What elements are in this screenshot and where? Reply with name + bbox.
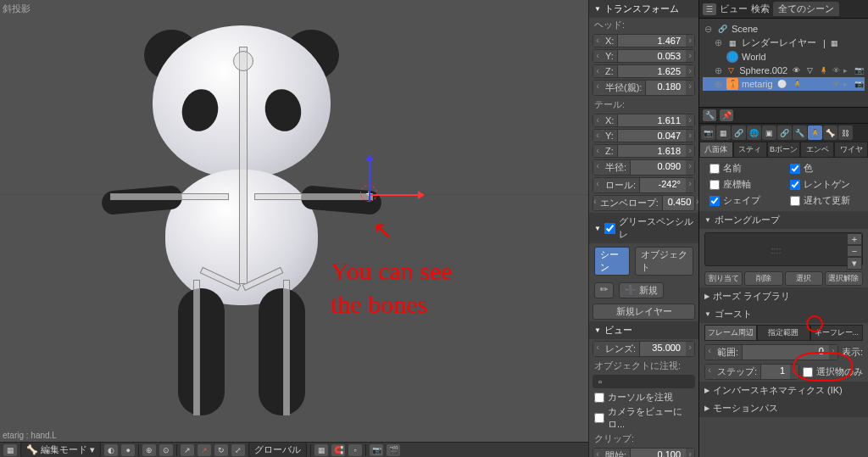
tab-object[interactable]: ▣ xyxy=(762,125,776,140)
render-icon[interactable]: 📷 xyxy=(370,444,383,456)
pivot-icon[interactable]: ⊕ xyxy=(142,444,156,456)
tail-y-field[interactable]: ‹Y:0.047› xyxy=(593,129,695,142)
snap-type-icon[interactable]: ▫ xyxy=(348,444,362,456)
render-icon-2[interactable]: 🎬 xyxy=(387,444,400,456)
bone-arm-left[interactable] xyxy=(110,193,229,200)
ghost-in-range[interactable]: 指定範囲 xyxy=(757,325,810,341)
axes-checkbox[interactable]: 座標軸 xyxy=(704,177,783,192)
scene-btn[interactable]: シーン xyxy=(594,247,630,276)
new-btn[interactable]: ➕ 新規 xyxy=(619,282,664,298)
outliner-view-menu[interactable]: ビュー xyxy=(720,3,748,15)
names-checkbox[interactable]: 名前 xyxy=(704,161,783,176)
new-layer-btn[interactable]: 新規レイヤー xyxy=(593,304,695,320)
colors-checkbox[interactable]: 色 xyxy=(785,161,864,176)
right-column: ☰ ビュー 検索 全てのシーン ⊖🔗Scene ⊕▦レンダーレイヤー|▦ 🌐Wo… xyxy=(698,0,868,457)
bone-groups-list[interactable]: :::: + − ▾ xyxy=(704,232,863,266)
outliner-render-layers[interactable]: ⊕▦レンダーレイヤー|▦ xyxy=(703,36,865,50)
envelope-field[interactable]: ‹エンベロープ:0.450› xyxy=(593,195,695,211)
head-y-field[interactable]: ‹Y:0.053› xyxy=(593,49,695,63)
outliner-sphere[interactable]: ⊕▽Sphere.002👁▽🧍👁▸📷 xyxy=(703,64,865,77)
manipulator-rotate[interactable]: ↻ xyxy=(214,444,228,456)
bone-group-menu[interactable]: ▾ xyxy=(847,257,862,270)
outliner-all-scenes[interactable]: 全てのシーン xyxy=(773,2,839,16)
tab-constraints[interactable]: 🔗 xyxy=(777,125,792,140)
outliner-editor-icon[interactable]: ☰ xyxy=(703,3,716,15)
assign-btn[interactable]: 割り当て xyxy=(704,271,743,286)
manipulator-scale[interactable]: ⤢ xyxy=(231,444,245,456)
remove-btn[interactable]: 削除 xyxy=(744,271,782,286)
display-wire[interactable]: ワイヤ xyxy=(834,142,868,158)
display-bbone[interactable]: Bボーン xyxy=(767,142,801,158)
motion-paths-header[interactable]: モーションパス xyxy=(699,399,868,417)
viewport-3d[interactable]: 斜投影 ↖ You can see the bones etarig : han… xyxy=(0,0,588,457)
bone-spine[interactable] xyxy=(239,47,248,284)
editor-type-icon[interactable]: ▦ xyxy=(3,444,17,456)
snap-icon[interactable]: ⊙ xyxy=(159,444,173,456)
bone-head-sphere[interactable] xyxy=(233,51,253,71)
head-x-field[interactable]: ‹X:1.467› xyxy=(593,34,695,47)
shading-icon-2[interactable]: ● xyxy=(121,444,135,456)
bone-leg-right[interactable] xyxy=(283,280,290,415)
lock-object-field[interactable]: ▫ xyxy=(593,375,695,388)
shading-icon[interactable]: ◐ xyxy=(104,444,118,456)
view-header[interactable]: ビュー xyxy=(589,321,698,339)
outliner[interactable]: ⊖🔗Scene ⊕▦レンダーレイヤー|▦ 🌐World ⊕▽Sphere.002… xyxy=(699,19,868,108)
bone-group-add[interactable]: + xyxy=(847,233,862,245)
bone-arm-right[interactable] xyxy=(254,193,373,200)
manipulator-translate[interactable]: ↗ xyxy=(198,444,211,456)
tab-armature[interactable]: 🧍 xyxy=(808,125,822,140)
deselect-btn[interactable]: 選択解除 xyxy=(825,271,863,286)
tail-z-field[interactable]: ‹Z:1.618› xyxy=(593,144,695,158)
grease-pencil-header[interactable]: グリースペンシルレ xyxy=(589,213,698,243)
ik-header[interactable]: インバースキネマティクス (IK) xyxy=(699,382,868,399)
radius-parent-field[interactable]: ‹半径(親):0.180› xyxy=(593,80,695,96)
outliner-search-menu[interactable]: 検索 xyxy=(751,3,770,15)
tab-bone[interactable]: 🦴 xyxy=(823,125,837,140)
manipulator-z-arrow[interactable] xyxy=(369,159,370,202)
ghost-around-frame[interactable]: フレーム周辺 xyxy=(704,325,757,341)
tab-modifiers[interactable]: 🔧 xyxy=(793,125,807,140)
delay-checkbox[interactable]: 遅れて更新 xyxy=(785,193,864,208)
props-editor-icon[interactable]: 🔧 xyxy=(703,109,716,121)
display-octahedral[interactable]: 八面体 xyxy=(699,142,733,158)
lens-field[interactable]: ‹レンズ:35.000› xyxy=(593,341,695,357)
select-btn[interactable]: 選択 xyxy=(785,271,823,286)
outliner-metarig[interactable]: ⊕🧍metarig⚪🧍👁▸📷 xyxy=(703,77,865,91)
bone-leg-left[interactable] xyxy=(193,280,200,415)
shapes-checkbox[interactable]: シェイプ xyxy=(704,193,783,208)
pencil-icon[interactable]: ✏ xyxy=(594,282,614,298)
outliner-scene[interactable]: ⊖🔗Scene xyxy=(703,22,865,36)
grease-pencil-checkbox[interactable] xyxy=(604,223,615,234)
head-z-field[interactable]: ‹Z:1.625› xyxy=(593,64,695,78)
orientation-dropdown[interactable]: グローバル xyxy=(248,442,307,457)
tab-world[interactable]: 🌐 xyxy=(747,125,761,140)
clip-start-field[interactable]: ‹開始:0.100› xyxy=(593,448,695,457)
snap-magnet-icon[interactable]: 🧲 xyxy=(331,444,345,456)
tab-render-layers[interactable]: ▦ xyxy=(716,125,731,140)
lock-cursor-checkbox[interactable]: カーソルを注視 xyxy=(589,390,698,404)
roll-field[interactable]: ‹ロール:-242°› xyxy=(593,177,695,193)
bone-groups-header[interactable]: ボーングループ xyxy=(699,211,868,229)
transform-header[interactable]: トランスフォーム xyxy=(589,0,698,18)
object-btn[interactable]: オブジェクト xyxy=(635,247,693,276)
bone-group-remove[interactable]: − xyxy=(847,245,862,257)
tab-scene[interactable]: 🔗 xyxy=(732,125,746,140)
panda-mesh[interactable] xyxy=(136,25,348,424)
props-pin-icon[interactable]: 📌 xyxy=(720,109,733,121)
ghost-step-field[interactable]: ‹ステップ:1› xyxy=(704,364,799,380)
manipulator-toggle[interactable]: ↗ xyxy=(181,444,194,456)
display-envelope[interactable]: エンベ xyxy=(800,142,834,158)
radius-field[interactable]: ‹半径:0.090› xyxy=(593,159,695,176)
display-stick[interactable]: スティ xyxy=(733,142,767,158)
pose-library-header[interactable]: ポーズ ライブラリ xyxy=(699,287,868,305)
layers-icon[interactable]: ▦ xyxy=(314,444,328,456)
ghost-header[interactable]: ゴースト xyxy=(699,305,868,323)
xray-checkbox[interactable]: レントゲン xyxy=(785,177,864,192)
mode-dropdown[interactable]: 🦴 編集モード ▾ xyxy=(20,442,101,457)
tab-render[interactable]: 📷 xyxy=(701,125,715,140)
tab-bone-constraints[interactable]: ⛓ xyxy=(838,125,853,140)
manipulator-x-arrow[interactable] xyxy=(369,194,420,196)
lock-camera-checkbox[interactable]: カメラをビューにロ... xyxy=(589,404,698,432)
tail-x-field[interactable]: ‹X:1.611› xyxy=(593,114,695,127)
outliner-world[interactable]: 🌐World xyxy=(703,50,865,64)
